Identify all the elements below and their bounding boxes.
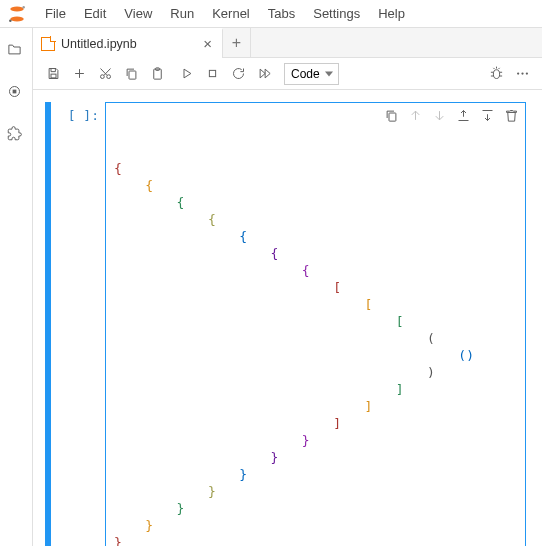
svg-rect-17	[389, 113, 396, 121]
copy-button[interactable]	[119, 62, 143, 86]
svg-rect-9	[129, 71, 136, 79]
code-line: {	[114, 177, 517, 194]
code-line: ]	[114, 415, 517, 432]
svg-point-2	[22, 6, 24, 9]
cell-active-marker	[45, 102, 51, 546]
tab-notebook[interactable]: Untitled.ipynb ×	[33, 28, 223, 58]
notebook-icon	[41, 37, 55, 51]
close-icon[interactable]: ×	[199, 35, 216, 52]
svg-point-1	[10, 16, 23, 21]
notebook-body: [ ]: { { { { { { { [ [	[33, 90, 542, 546]
menu-settings[interactable]: Settings	[304, 0, 369, 28]
move-down-icon	[431, 107, 447, 123]
menu-view[interactable]: View	[115, 0, 161, 28]
menu-kernel[interactable]: Kernel	[203, 0, 259, 28]
menu-run[interactable]: Run	[161, 0, 203, 28]
code-line: [	[114, 279, 517, 296]
menu-tabs[interactable]: Tabs	[259, 0, 304, 28]
svg-point-13	[493, 70, 499, 79]
code-line: )	[114, 364, 517, 381]
interrupt-button[interactable]	[200, 62, 224, 86]
code-line: }	[114, 432, 517, 449]
menubar: File Edit View Run Kernel Tabs Settings …	[0, 0, 542, 28]
code-line: [	[114, 313, 517, 330]
insert-below-icon[interactable]	[479, 107, 495, 123]
menu-edit[interactable]: Edit	[75, 0, 115, 28]
svg-point-14	[517, 72, 519, 74]
code-line: ]	[114, 398, 517, 415]
menu-help[interactable]: Help	[369, 0, 414, 28]
code-line: {	[114, 262, 517, 279]
svg-point-7	[100, 75, 104, 79]
code-line: {	[114, 211, 517, 228]
code-line: }	[114, 517, 517, 534]
celltype-select[interactable]: Code	[278, 63, 339, 85]
code-line: {	[114, 228, 517, 245]
jupyter-logo[interactable]	[6, 3, 28, 25]
code-line: {	[114, 194, 517, 211]
restart-button[interactable]	[226, 62, 250, 86]
svg-point-3	[9, 19, 12, 21]
cut-button[interactable]	[93, 62, 117, 86]
duplicate-cell-icon[interactable]	[383, 107, 399, 123]
running-icon[interactable]	[7, 84, 25, 102]
move-up-icon	[407, 107, 423, 123]
tab-bar: Untitled.ipynb × +	[33, 28, 542, 58]
code-cell[interactable]: [ ]: { { { { { { { [ [	[45, 102, 526, 546]
more-button[interactable]	[510, 62, 534, 86]
svg-point-0	[10, 6, 23, 11]
notebook-toolbar: Code	[33, 58, 542, 90]
add-tab-button[interactable]: +	[223, 28, 251, 58]
left-sidebar	[0, 28, 33, 546]
svg-point-8	[106, 75, 110, 79]
save-button[interactable]	[41, 62, 65, 86]
code-line: {	[114, 245, 517, 262]
code-line: (	[114, 330, 517, 347]
svg-rect-6	[51, 74, 56, 78]
debugger-button[interactable]	[484, 62, 508, 86]
folder-icon[interactable]	[7, 42, 25, 60]
svg-point-15	[521, 72, 523, 74]
code-line: }	[114, 449, 517, 466]
restart-run-all-button[interactable]	[252, 62, 276, 86]
extensions-icon[interactable]	[7, 126, 25, 144]
tab-title: Untitled.ipynb	[61, 37, 137, 51]
code-line: ()	[114, 347, 517, 364]
menu-file[interactable]: File	[36, 0, 75, 28]
insert-above-icon[interactable]	[455, 107, 471, 123]
insert-cell-button[interactable]	[67, 62, 91, 86]
code-line: {	[114, 160, 517, 177]
run-button[interactable]	[174, 62, 198, 86]
code-line: }	[114, 534, 517, 546]
code-editor[interactable]: { { { { { { { [ [ [	[105, 102, 526, 546]
svg-rect-12	[209, 70, 215, 76]
cell-prompt: [ ]:	[57, 102, 105, 546]
svg-rect-5	[13, 90, 17, 94]
code-line: [	[114, 296, 517, 313]
code-line: ]	[114, 381, 517, 398]
code-line: }	[114, 500, 517, 517]
cell-toolbar	[383, 107, 519, 123]
svg-point-16	[525, 72, 527, 74]
code-line: }	[114, 483, 517, 500]
paste-button[interactable]	[145, 62, 169, 86]
code-line: }	[114, 466, 517, 483]
delete-cell-icon[interactable]	[503, 107, 519, 123]
